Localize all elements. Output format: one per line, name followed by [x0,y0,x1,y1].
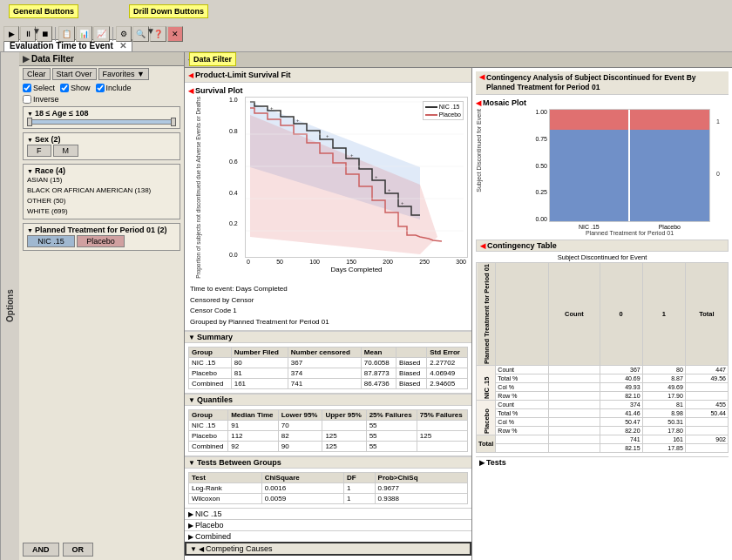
summary-header[interactable]: ▼ Summary [185,331,471,343]
summary-row-combined: Combined 161 741 86.4736 Biased 2.94605 [189,379,468,389]
sex-m-button[interactable]: M [53,145,79,157]
results-header: ◀ Results [185,52,732,68]
mosaic-nic-bottom [550,130,628,221]
ct-placebo-rowpct: Row % 82.20 17.80 [477,427,729,435]
competing-causes-section[interactable]: ▼ ◀ Competing Causes [185,542,471,556]
toolbar-btn-4[interactable]: 📋 [58,26,75,42]
quantiles-row-nic: NIC .15 91 70 55 [189,421,468,431]
toolbar-btn-x[interactable]: ✕ [167,26,183,42]
start-over-button[interactable]: Start Over [52,68,97,80]
contingency-table-section: ◀ Contingency Table Subject Discontinued… [476,240,729,453]
plot-x-axis: 0 50 100 150 200 250 300 [245,259,468,265]
ct-placebo-totalpct: Total % 41.46 8.98 50.44 [477,409,729,418]
ct-total-count: Total 741 161 902 [477,435,729,444]
svg-text:+: + [350,152,354,158]
or-button[interactable]: OR [63,543,94,557]
contingency-header: ◀ Contingency Analysis of Subject Discon… [476,71,729,95]
ct-total-pct: 82.15 17.85 [477,444,729,453]
age-slider-left[interactable] [27,118,32,126]
toolbar-btn-6[interactable]: 📈 [93,26,110,42]
plot-legend: NIC .15 Placebo [423,101,464,120]
clear-button[interactable]: Clear [23,68,51,80]
quantiles-table-container: Group Median Time Lower 95% Upper 95% 25… [185,406,471,455]
mosaic-plot-section: ◀ Mosaic Plot Subject Discontinued for E… [476,98,729,236]
plot-info: Time to event: Days Completed Censored b… [185,282,471,330]
favorites-button[interactable]: Favorites ▼ [98,68,149,80]
mosaic-x-label: Planned Treatment for Period 01 [523,230,710,236]
svg-text:+: + [375,174,378,179]
quantiles-header[interactable]: ▼ Quantiles [185,394,471,406]
svg-text:+: + [296,118,300,123]
quantiles-table: Group Median Time Lower 95% Upper 95% 25… [188,409,468,452]
include-checkbox[interactable]: Include [96,84,132,92]
combined-section[interactable]: ▶ Combined [185,530,471,542]
svg-text:+: + [270,105,274,111]
show-checkbox[interactable]: Show [60,84,91,92]
ct-placebo-count: Placebo Count 374 81 455 [477,401,729,409]
ct-nic-count: NIC .15 Count 367 80 447 [477,366,729,374]
mosaic-placebo-bottom [630,130,710,221]
plot-x-label: Days Completed [245,266,468,273]
treatment-nic-button[interactable]: NIC .15 [27,235,75,247]
tests-between-section: ▼ Tests Between Groups Test ChiSquare DF… [185,455,471,508]
mosaic-title: ◀ Mosaic Plot [476,98,729,107]
sex-f-button[interactable]: F [27,145,51,157]
ct-nic-colpct: Col % 49.93 49.69 [477,383,729,392]
test-row-wilcoxon: Wilcoxon 0.0059 1 0.9388 [189,494,468,504]
tests-between-container: Test ChiSquare DF Prob>ChiSq Log-Rank 0.… [185,469,471,508]
mosaic-nic-top [550,110,628,130]
mosaic-placebo-top [630,110,710,130]
mosaic-y-label: Subject Discontinued for Event [476,109,519,192]
data-filter-header: ▶ Data Filter [19,52,184,66]
survival-plot-title: ◀ Survival Plot [188,86,468,95]
mosaic-y-values: 1.00 0.75 0.50 0.25 0.00 [523,109,547,222]
nic15-section[interactable]: ▶ NIC .15 [185,508,471,519]
survival-plot-canvas: + + + + + + + [245,97,468,258]
toolbar-btn-1[interactable]: ▶ [3,26,19,42]
contingency-data-table: Planned Treatment for Period 01 Count 0 … [476,262,729,453]
contingency-panel: ◀ Contingency Analysis of Subject Discon… [472,68,732,560]
toolbar-btn-5[interactable]: 📊 [76,26,92,42]
and-button[interactable]: AND [23,543,59,557]
mosaic-x-values: NIC .15 Placebo [523,224,710,230]
summary-table: Group Number Filed Number censored Mean … [188,347,468,389]
ct-nic-totalpct: Total % 40.69 8.87 49.56 [477,374,729,383]
survival-fit-header: ◀ Product-Limit Survival Fit [185,68,471,83]
treatment-placebo-button[interactable]: Placebo [77,235,125,247]
drill-down-buttons-tooltip: Drill Down Buttons [129,4,208,18]
general-buttons-tooltip: General Buttons [9,4,78,18]
ct-nic-rowpct: Row % 82.10 17.90 [477,392,729,401]
summary-table-container: Group Number Filed Number censored Mean … [185,343,471,393]
contingency-tests-header[interactable]: ▶ Tests [476,456,729,468]
mosaic-canvas: 1 0 [549,109,710,222]
select-checkbox[interactable]: Select [23,84,55,92]
inverse-checkbox[interactable] [23,95,31,104]
race-list: ASIAN (15) BLACK OR AFRICAN AMERICAN (13… [27,175,176,217]
quantiles-row-combined: Combined 92 90 125 55 [189,442,468,452]
toolbar-btn-7[interactable]: ⚙ [116,26,132,42]
summary-section: ▼ Summary Group Number Filed Number cens… [185,330,471,393]
summary-row-nic: NIC .15 80 367 70.6058 Biased 2.27702 [189,358,468,368]
plot-y-axis: 1.0 0.8 0.6 0.4 0.2 0.0 [229,97,238,258]
survival-plot-section: ◀ Survival Plot Proportion of subjects n… [185,83,471,282]
svg-text:+: + [388,187,391,192]
test-row-logrank: Log-Rank 0.0016 1 0.9677 [189,483,468,494]
data-filter-tooltip: Data Filter [189,52,236,66]
summary-row-placebo: Placebo 81 374 87.8773 Biased 4.06949 [189,368,468,379]
placebo-section[interactable]: ▶ Placebo [185,519,471,530]
svg-text:+: + [401,200,404,206]
ct-placebo-colpct: Col % 50.47 50.31 [477,418,729,427]
quantiles-section: ▼ Quantiles Group Median Time Lower 95% … [185,393,471,455]
svg-marker-1 [250,115,437,254]
quantiles-row-placebo: Placebo 112 82 125 55 125 [189,431,468,442]
tests-between-table: Test ChiSquare DF Prob>ChiSq Log-Rank 0.… [188,472,468,504]
options-sidebar: Options [0,52,19,560]
contingency-table-header[interactable]: ◀ Contingency Table [476,240,729,252]
age-slider-right[interactable] [171,118,176,126]
tests-between-header[interactable]: ▼ Tests Between Groups [185,456,471,469]
ct-col-header: Subject Discontinued for Event [476,253,729,261]
